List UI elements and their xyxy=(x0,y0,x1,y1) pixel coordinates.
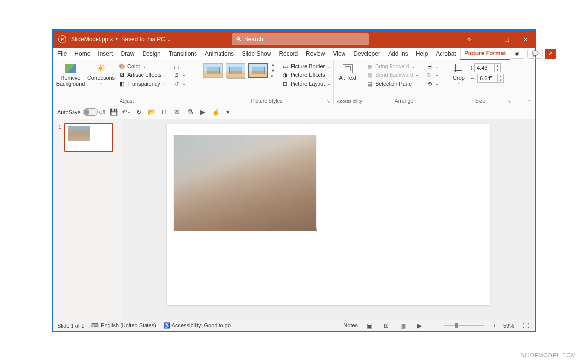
accessibility-status[interactable]: ♿Accessibility: Good to go xyxy=(163,322,231,329)
tab-record[interactable]: Record xyxy=(275,48,302,60)
rotate-button[interactable]: ⟲⌄ xyxy=(424,80,440,88)
picture-border-button[interactable]: ▭Picture Border⌄ xyxy=(280,62,333,70)
group-accessibility: Alt Text Accessibility xyxy=(334,60,362,105)
styles-launcher[interactable]: ↘ xyxy=(326,99,330,104)
minimize-button[interactable]: ― xyxy=(479,31,497,48)
tab-review[interactable]: Review xyxy=(302,48,329,60)
remove-background-button[interactable]: Remove Background xyxy=(56,62,85,88)
send-backward-button[interactable]: ▧Send Backward⌄ xyxy=(365,71,420,79)
send-backward-icon: ▧ xyxy=(367,72,373,78)
ribbon: Remove Background ☀ Corrections ⌄ 🎨Color… xyxy=(53,60,535,105)
tab-file[interactable]: File xyxy=(53,48,71,60)
notes-button[interactable]: ≣Notes xyxy=(338,322,358,329)
quick-print-button[interactable]: 🖶 xyxy=(186,108,195,117)
save-button[interactable]: 💾 xyxy=(109,108,118,117)
fit-to-window-button[interactable]: ⛶ xyxy=(521,322,531,330)
transparency-icon: ◧ xyxy=(119,80,125,87)
tab-draw[interactable]: Draw xyxy=(117,48,138,60)
style-preset-3[interactable] xyxy=(248,63,268,78)
start-from-beginning-button[interactable]: ▶ xyxy=(198,108,207,117)
group-adjust: Remove Background ☀ Corrections ⌄ 🎨Color… xyxy=(53,60,200,105)
qat-more-button[interactable]: ▾ xyxy=(224,108,233,117)
comments-button[interactable]: 💬 xyxy=(527,49,543,59)
redo-button[interactable]: ↻ xyxy=(135,108,144,117)
corrections-button[interactable]: ☀ Corrections ⌄ xyxy=(87,62,115,86)
reset-picture-button[interactable]: ↺⌄ xyxy=(172,80,187,88)
size-launcher[interactable]: ↘ xyxy=(507,99,511,104)
tab-home[interactable]: Home xyxy=(71,48,94,60)
autosave-toggle[interactable]: AutoSave Off xyxy=(57,108,105,116)
slideshow-view-button[interactable]: ▶ xyxy=(415,322,424,330)
slide-canvas[interactable] xyxy=(167,124,490,305)
height-icon: ↕ xyxy=(470,64,473,71)
color-button[interactable]: 🎨Color⌄ xyxy=(117,62,169,70)
group-objects-button[interactable]: ⧉⌄ xyxy=(424,71,440,79)
crop-button[interactable]: Crop ⌄ xyxy=(449,62,468,86)
slide-sorter-button[interactable]: ⊞ xyxy=(381,322,391,330)
reading-view-button[interactable]: ▥ xyxy=(398,322,408,330)
slide-editor[interactable] xyxy=(122,119,535,320)
new-button[interactable]: 🗋 xyxy=(160,108,169,117)
share-button[interactable]: ↗ xyxy=(545,49,556,59)
coming-soon-button[interactable]: ✧ xyxy=(460,31,479,48)
selection-pane-button[interactable]: ▤Selection Pane xyxy=(365,80,420,88)
save-status[interactable]: Saved to this PC xyxy=(119,36,165,43)
style-preset-2[interactable] xyxy=(226,63,245,78)
zoom-level[interactable]: 59% xyxy=(503,323,514,329)
transparency-button[interactable]: ◧Transparency⌄ xyxy=(117,80,169,88)
compress-pictures-button[interactable]: ⬚ xyxy=(172,62,187,70)
compress-icon: ⬚ xyxy=(173,63,180,70)
bring-forward-button[interactable]: ▦Bring Forward⌄ xyxy=(365,62,420,70)
tab-transitions[interactable]: Transitions xyxy=(165,48,201,60)
tab-slideshow[interactable]: Slide Show xyxy=(238,48,275,60)
zoom-in-button[interactable]: + xyxy=(493,323,496,329)
search-icon: 🔍︎ xyxy=(236,36,242,43)
language-indicator[interactable]: ⌨English (United States) xyxy=(91,322,156,329)
quick-access-toolbar: AutoSave Off 💾 ↶⌄ ↻ 📂 🗋 ✉ 🖶 ▶ ☝ ▾ xyxy=(53,105,535,119)
tab-animations[interactable]: Animations xyxy=(201,48,238,60)
undo-button[interactable]: ↶⌄ xyxy=(122,108,131,117)
align-button[interactable]: ⊟⌄ xyxy=(424,62,440,70)
workspace: 1 xyxy=(53,119,535,320)
chevron-down-icon[interactable]: ⌄ xyxy=(165,37,173,42)
tab-developer[interactable]: Developer xyxy=(349,48,384,60)
slide-thumbnail-panel: 1 xyxy=(53,119,122,320)
tab-addins[interactable]: Add-ins xyxy=(384,48,412,60)
tab-view[interactable]: View xyxy=(329,48,349,60)
zoom-slider[interactable] xyxy=(444,325,484,326)
style-gallery-scroll[interactable]: ▲▼▾ xyxy=(271,62,275,79)
slide-thumbnail-1[interactable]: 1 xyxy=(64,123,113,152)
picture-effects-button[interactable]: ◑Picture Effects⌄ xyxy=(280,71,333,79)
style-preset-1[interactable] xyxy=(203,63,223,78)
picture-layout-button[interactable]: ⊞Picture Layout⌄ xyxy=(280,80,333,88)
maximize-button[interactable]: ▢ xyxy=(497,31,516,48)
camera-button[interactable]: ◉ xyxy=(510,49,525,59)
change-picture-icon: 🖻 xyxy=(173,72,180,78)
tab-picture-format[interactable]: Picture Format xyxy=(460,48,510,60)
group-arrange: ▦Bring Forward⌄ ▧Send Backward⌄ ▤Selecti… xyxy=(362,60,446,105)
touch-mode-button[interactable]: ☝ xyxy=(211,108,220,117)
tab-help[interactable]: Help xyxy=(412,48,432,60)
artistic-effects-button[interactable]: 🖼Artistic Effects⌄ xyxy=(117,71,169,79)
width-input[interactable]: 6.64"▴▾ xyxy=(477,74,504,83)
change-picture-button[interactable]: 🖻⌄ xyxy=(172,71,187,79)
inserted-picture[interactable] xyxy=(174,135,316,231)
slide-counter[interactable]: Slide 1 of 1 xyxy=(57,323,84,329)
close-button[interactable]: ✕ xyxy=(516,31,535,48)
tab-insert[interactable]: Insert xyxy=(94,48,117,60)
email-button[interactable]: ✉ xyxy=(173,108,182,117)
zoom-out-button[interactable]: − xyxy=(431,323,434,329)
ribbon-tabs: File Home Insert Draw Design Transitions… xyxy=(53,48,535,60)
open-button[interactable]: 📂 xyxy=(147,108,156,117)
normal-view-button[interactable]: ▣ xyxy=(365,322,374,330)
group-label-accessibility: Accessibility xyxy=(337,98,359,104)
group-label-adjust: Adjust xyxy=(56,97,197,104)
tab-acrobat[interactable]: Acrobat xyxy=(432,48,460,60)
height-input[interactable]: 4.43"▴▾ xyxy=(474,63,501,72)
effects-icon: ◑ xyxy=(282,72,289,78)
search-box[interactable]: 🔍︎ Search xyxy=(232,33,369,45)
tab-design[interactable]: Design xyxy=(138,48,164,60)
collapse-ribbon-button[interactable]: ⌄ xyxy=(527,97,532,103)
alt-text-button[interactable]: Alt Text xyxy=(337,62,359,82)
toggle-off-icon xyxy=(83,108,98,116)
